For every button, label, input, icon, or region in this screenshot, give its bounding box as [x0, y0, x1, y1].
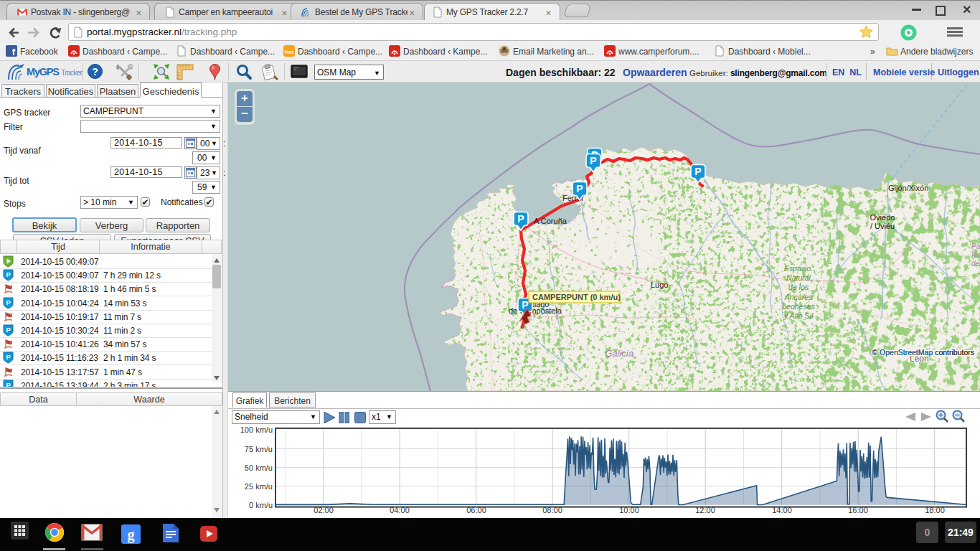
svg-text:de Compostela: de Compostela: [509, 306, 562, 315]
svg-text:P: P: [6, 381, 11, 387]
svg-text:© OpenStreetMap contributors: © OpenStreetMap contributors: [872, 348, 974, 357]
svg-text:Ancares: Ancares: [784, 293, 813, 301]
svg-text:Tracker: Tracker: [61, 68, 83, 77]
svg-text:/ Uviéu: / Uviéu: [870, 222, 895, 230]
svg-text:Galicia: Galicia: [605, 348, 633, 359]
svg-text:MyGPS: MyGPS: [27, 66, 60, 77]
svg-text:de los: de los: [788, 283, 809, 291]
svg-text:Leoneses: Leoneses: [782, 302, 815, 311]
svg-text:P: P: [6, 298, 11, 306]
svg-text:Espacio.: Espacio.: [784, 264, 813, 273]
svg-text:P: P: [517, 213, 524, 225]
svg-text:Oviedo: Oviedo: [870, 213, 895, 222]
svg-text:P: P: [6, 326, 11, 334]
svg-text:Lugo: Lugo: [651, 281, 668, 289]
svg-text:fon: fon: [285, 49, 294, 55]
svg-text:Re: Re: [971, 251, 980, 259]
svg-text:y Alto Sil: y Alto Sil: [783, 311, 814, 320]
svg-text:P: P: [576, 183, 583, 194]
svg-text:CAMPERPUNT (0 km/u): CAMPERPUNT (0 km/u): [532, 293, 621, 301]
svg-text:P: P: [6, 353, 11, 361]
svg-text:Gijón/Xixón: Gijón/Xixón: [888, 184, 928, 192]
svg-text:P: P: [590, 155, 596, 166]
svg-text:f: f: [12, 47, 16, 57]
svg-text:?: ?: [92, 66, 98, 77]
svg-text:P: P: [694, 166, 701, 177]
svg-text:P: P: [6, 270, 11, 278]
svg-text:de: de: [971, 260, 980, 268]
svg-text:A Coruña: A Coruña: [534, 217, 567, 225]
svg-text:g: g: [128, 527, 135, 543]
svg-text:Pa: Pa: [971, 242, 980, 250]
svg-text:Natural: Natural: [786, 273, 811, 282]
